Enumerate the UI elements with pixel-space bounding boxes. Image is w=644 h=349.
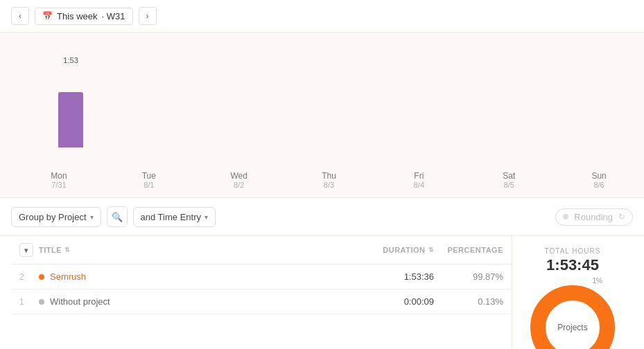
day-labels: Mon 7/31 Tue 8/1 Wed 8/2 Thu 8/3 Fri 8/4… <box>0 171 644 198</box>
row-num-value-1: 2 <box>19 272 24 282</box>
row-percentage-2: 0.13% <box>434 296 503 307</box>
bar-col-sat <box>458 44 544 147</box>
table-row: 2 Semrush 1:53:36 99.87% <box>11 265 512 289</box>
day-date-thu: 8/3 <box>284 181 374 189</box>
day-name-thu: Thu <box>284 171 374 181</box>
day-fri: Fri 8/4 <box>374 171 464 189</box>
duration-sort-icon[interactable]: ⇅ <box>428 247 435 253</box>
summary-panel: TOTAL HOURS 1:53:45 1% Projects <box>512 236 633 349</box>
row-duration-2: 0:00:09 <box>351 296 434 307</box>
day-wed: Wed 8/2 <box>194 171 284 189</box>
row-num-1: 2 <box>19 272 39 282</box>
day-name-sun: Sun <box>554 171 644 181</box>
project-name-semrush[interactable]: Semrush <box>50 271 86 282</box>
chart-area: 1:53 <box>0 33 644 171</box>
row-title-1: Semrush <box>39 271 351 282</box>
search-icon: 🔍 <box>112 212 123 222</box>
group-by-arrow-icon: ▾ <box>90 213 94 221</box>
day-date-wed: 8/2 <box>194 181 284 189</box>
title-col-header: TITLE ⇅ <box>39 246 351 254</box>
day-sat: Sat 8/5 <box>464 171 554 189</box>
day-thu: Thu 8/3 <box>284 171 374 189</box>
day-date-sun: 8/6 <box>554 181 644 189</box>
bar-col-wed <box>200 44 286 147</box>
search-button[interactable]: 🔍 <box>107 206 128 227</box>
total-hours-value: 1:53:45 <box>546 256 599 274</box>
donut-chart: 1% Projects <box>528 283 618 349</box>
title-sort-icon[interactable]: ⇅ <box>64 247 71 253</box>
rounding-label: Rounding <box>574 212 613 222</box>
day-name-fri: Fri <box>374 171 464 181</box>
bar-mon <box>58 92 83 147</box>
rounding-refresh-icon[interactable]: ↻ <box>618 212 625 222</box>
title-header-label: TITLE <box>39 246 62 254</box>
entry-type-dropdown[interactable]: and Time Entry ▾ <box>133 207 216 227</box>
day-date-mon: 7/31 <box>14 181 104 189</box>
row-title-2: Without project <box>39 296 351 307</box>
rounding-dot-icon <box>563 214 568 220</box>
day-date-tue: 8/1 <box>104 181 194 189</box>
total-hours-label: TOTAL HOURS <box>545 247 601 255</box>
project-dot-gray <box>39 299 44 305</box>
percentage-col-header: PERCENTAGE <box>434 246 503 254</box>
bar-value-mon: 1:53 <box>63 56 78 64</box>
calendar-icon: 📅 <box>42 11 53 21</box>
row-num-value-2: 1 <box>19 297 24 307</box>
day-name-tue: Tue <box>104 171 194 181</box>
time-table: ▾ TITLE ⇅ DURATION ⇅ PERCENTAGE 2 Semrus… <box>11 236 512 349</box>
bar-col-sun <box>544 44 630 147</box>
duration-col-header: DURATION ⇅ <box>351 246 434 254</box>
donut-1pct-label: 1% <box>593 277 602 285</box>
donut-center-label: Projects <box>557 323 587 332</box>
day-mon: Mon 7/31 <box>14 171 104 189</box>
day-sun: Sun 8/6 <box>554 171 644 189</box>
project-name-without: Without project <box>50 296 110 307</box>
bar-col-tue <box>114 44 200 147</box>
week-num-text: · W31 <box>102 11 125 21</box>
day-date-sat: 8/5 <box>464 181 554 189</box>
week-selector[interactable]: 📅 This week · W31 <box>35 8 133 25</box>
day-name-mon: Mon <box>14 171 104 181</box>
duration-header-label: DURATION <box>383 246 425 254</box>
row-num-2: 1 <box>19 297 39 307</box>
controls-row: Group by Project ▾ 🔍 and Time Entry ▾ Ro… <box>0 198 644 236</box>
week-label-text: This week <box>57 11 98 21</box>
expand-all-button[interactable]: ▾ <box>19 243 33 257</box>
day-name-sat: Sat <box>464 171 554 181</box>
expand-col-header: ▾ <box>19 243 39 257</box>
bar-col-fri <box>372 44 458 147</box>
donut-svg <box>528 283 618 349</box>
table-row: 1 Without project 0:00:09 0.13% <box>11 289 512 314</box>
table-area: ▾ TITLE ⇅ DURATION ⇅ PERCENTAGE 2 Semrus… <box>0 236 644 349</box>
next-week-button[interactable]: › <box>139 7 157 25</box>
entry-type-label: and Time Entry <box>141 212 201 222</box>
row-percentage-1: 99.87% <box>434 271 503 282</box>
group-by-label: Group by Project <box>19 212 87 222</box>
group-by-dropdown[interactable]: Group by Project ▾ <box>11 207 101 227</box>
entry-type-arrow-icon: ▾ <box>204 213 208 221</box>
table-header: ▾ TITLE ⇅ DURATION ⇅ PERCENTAGE <box>11 236 512 265</box>
bar-col-mon: 1:53 <box>28 44 114 147</box>
bar-col-thu <box>286 44 372 147</box>
day-name-wed: Wed <box>194 171 284 181</box>
row-duration-1: 1:53:36 <box>351 271 434 282</box>
day-date-fri: 8/4 <box>374 181 464 189</box>
percentage-header-label: PERCENTAGE <box>447 246 503 254</box>
bar-chart: 1:53 <box>14 44 630 147</box>
project-dot-orange <box>39 274 44 280</box>
day-tue: Tue 8/1 <box>104 171 194 189</box>
rounding-control: Rounding ↻ <box>555 208 633 226</box>
top-bar: ‹ 📅 This week · W31 › <box>0 0 644 33</box>
prev-week-button[interactable]: ‹ <box>11 7 29 25</box>
